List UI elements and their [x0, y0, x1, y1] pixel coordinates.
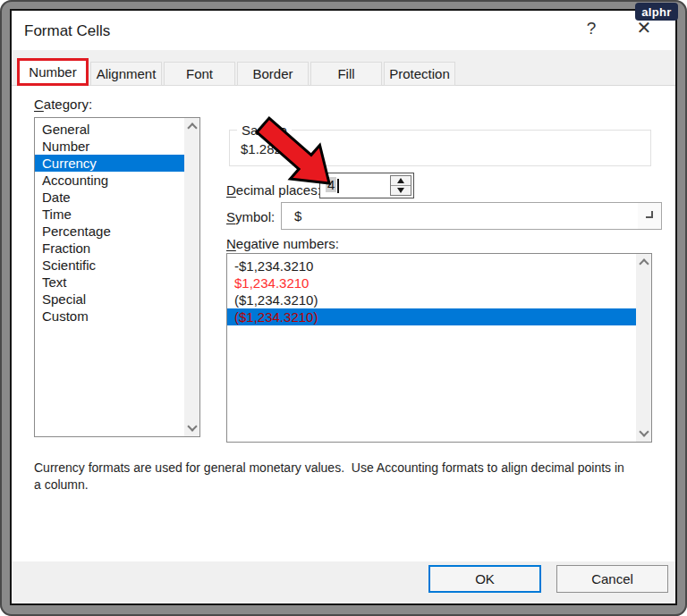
- description-line-2: a column.: [34, 477, 89, 492]
- category-option[interactable]: Fraction: [35, 240, 199, 257]
- cancel-button-label: Cancel: [591, 571, 633, 586]
- category-option[interactable]: Text: [35, 274, 199, 291]
- tab-font[interactable]: Font: [164, 62, 235, 86]
- symbol-label: Symbol:: [226, 209, 275, 224]
- category-listbox[interactable]: GeneralNumberCurrencyAccountingDateTimeP…: [34, 117, 200, 437]
- tab-number[interactable]: Number: [17, 58, 89, 86]
- tab-font-label: Font: [186, 66, 213, 81]
- decimal-places-input[interactable]: 4: [319, 173, 414, 198]
- spinner-down-button[interactable]: [391, 186, 411, 195]
- tab-protection-label: Protection: [389, 66, 450, 81]
- format-cells-dialog: Format Cells ? ✕ Number Alignment Font B…: [10, 9, 677, 605]
- sample-value: $1.282: [241, 141, 282, 156]
- decimal-places-spinner: [390, 175, 411, 196]
- symbol-dropdown-button[interactable]: [638, 203, 661, 229]
- category-option[interactable]: General: [35, 121, 199, 138]
- spinner-up-icon: [397, 178, 404, 183]
- scroll-down-icon[interactable]: [187, 421, 197, 431]
- category-option[interactable]: Time: [35, 206, 199, 223]
- tab-protection[interactable]: Protection: [384, 62, 455, 86]
- category-scrollbar[interactable]: [184, 118, 199, 436]
- tab-alignment-label: Alignment: [97, 66, 157, 81]
- negative-format-option[interactable]: ($1,234.3210): [227, 291, 651, 308]
- symbol-value: $: [294, 208, 301, 224]
- category-option[interactable]: Percentage: [35, 223, 199, 240]
- negative-format-option[interactable]: ($1,234.3210): [227, 308, 651, 325]
- category-option[interactable]: Date: [35, 189, 199, 206]
- help-button[interactable]: ?: [581, 19, 602, 38]
- category-option[interactable]: Custom: [35, 308, 199, 325]
- spinner-down-icon: [397, 188, 404, 193]
- sample-group: Sample $1.282: [229, 130, 651, 166]
- tab-alignment[interactable]: Alignment: [90, 62, 162, 86]
- tab-fill-label: Fill: [337, 66, 354, 81]
- cancel-button[interactable]: Cancel: [556, 565, 668, 593]
- symbol-dropdown[interactable]: $: [281, 202, 662, 230]
- chevron-down-icon: [646, 211, 653, 218]
- category-list-items: GeneralNumberCurrencyAccountingDateTimeP…: [35, 118, 199, 325]
- category-option[interactable]: Special: [35, 291, 199, 308]
- negative-format-option[interactable]: -$1,234.3210: [227, 257, 651, 274]
- sample-group-label: Sample: [237, 122, 292, 138]
- negative-format-option[interactable]: $1,234.3210: [227, 274, 651, 291]
- ok-button-label: OK: [475, 571, 495, 586]
- scroll-up-icon[interactable]: [187, 122, 197, 132]
- negative-numbers-label: Negative numbers:: [226, 236, 339, 251]
- tab-border-label: Border: [252, 66, 293, 81]
- tab-border[interactable]: Border: [237, 62, 309, 86]
- tab-fill[interactable]: Fill: [310, 62, 382, 86]
- negative-list-items: -$1,234.3210$1,234.3210($1,234.3210)($1,…: [227, 254, 651, 325]
- scroll-up-icon[interactable]: [639, 258, 649, 268]
- negative-numbers-listbox[interactable]: -$1,234.3210$1,234.3210($1,234.3210)($1,…: [226, 253, 652, 443]
- category-label: Category:: [34, 97, 92, 112]
- ok-button[interactable]: OK: [428, 565, 541, 593]
- scroll-down-icon[interactable]: [639, 426, 649, 436]
- screenshot-frame: alphr Format Cells ? ✕ Number Alignment …: [0, 0, 687, 616]
- alphr-badge: alphr: [635, 3, 678, 21]
- dialog-title: Format Cells: [24, 22, 110, 40]
- category-option[interactable]: Currency: [35, 155, 199, 172]
- description-line-1: Currency formats are used for general mo…: [34, 460, 624, 475]
- text-caret: [337, 179, 339, 193]
- alphr-badge-label: alphr: [641, 5, 671, 19]
- tab-number-label: Number: [29, 64, 76, 80]
- category-option[interactable]: Number: [35, 138, 199, 155]
- tab-strip: Number Alignment Font Border Fill Protec…: [12, 50, 675, 86]
- spinner-up-button[interactable]: [391, 176, 411, 186]
- negative-scrollbar[interactable]: [636, 254, 651, 442]
- category-option[interactable]: Accounting: [35, 172, 199, 189]
- decimal-places-value: 4: [326, 177, 336, 192]
- category-option[interactable]: Scientific: [35, 257, 199, 274]
- decimal-places-label: Decimal places:: [226, 182, 321, 198]
